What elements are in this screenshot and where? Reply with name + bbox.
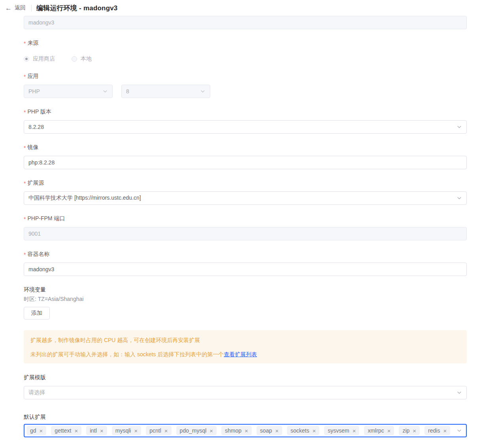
name-input: madongv3: [24, 16, 467, 29]
extension-tag: zip×: [399, 426, 420, 435]
extension-template-placeholder: 请选择: [28, 389, 45, 396]
container-name-label: * 容器名称: [24, 250, 467, 258]
radio-icon: [72, 56, 77, 62]
required-asterisk: *: [24, 73, 26, 81]
extension-tag: sysvsem×: [324, 426, 359, 435]
extension-tag-label: mysqli: [115, 427, 131, 434]
chevron-down-icon: [456, 124, 462, 130]
image-label: * 镜像: [24, 143, 467, 151]
extension-tag-label: zip: [402, 427, 409, 434]
extension-source-select[interactable]: 中国科学技术大学 [https://mirrors.ustc.edu.cn]: [24, 191, 467, 205]
remove-tag-icon[interactable]: ×: [353, 428, 356, 434]
runtime-edit-form: madongv3 * 来源 应用商店 本地 * 应用 PHP: [0, 16, 481, 437]
app-major-version-select: 8: [121, 85, 210, 98]
header-divider: [31, 5, 32, 11]
container-name-label-text: 容器名称: [27, 250, 49, 258]
extension-template-label-text: 扩展模版: [24, 373, 46, 381]
remove-tag-icon[interactable]: ×: [74, 428, 78, 434]
image-label-text: 镜像: [27, 143, 38, 151]
extension-tag: intl×: [86, 426, 107, 435]
remove-tag-icon[interactable]: ×: [387, 428, 391, 434]
back-button[interactable]: ← 返回: [5, 4, 26, 11]
required-asterisk: *: [24, 40, 26, 47]
field-extension-source: * 扩展源 中国科学技术大学 [https://mirrors.ustc.edu…: [24, 179, 467, 205]
warning-line-2: 未列出的扩展可手动输入并选择，如：输入 sockets 后选择下拉列表中的第一个…: [30, 350, 460, 358]
back-arrow-icon: ←: [5, 5, 12, 11]
remove-tag-icon[interactable]: ×: [275, 428, 279, 434]
source-radio-group: 应用商店 本地: [24, 55, 467, 62]
php-version-select[interactable]: 8.2.28: [24, 120, 467, 134]
page-title: 编辑运行环境 - madongv3: [36, 4, 118, 13]
extension-tag-label: intl: [90, 427, 97, 434]
extension-tag-label: gettext: [55, 427, 71, 434]
chevron-down-icon: [456, 390, 462, 395]
remove-tag-icon[interactable]: ×: [413, 428, 416, 434]
extension-tag-label: pcntl: [149, 427, 161, 434]
view-extension-list-link[interactable]: 查看扩展列表: [224, 351, 257, 357]
back-label: 返回: [15, 4, 26, 11]
extension-template-select[interactable]: 请选择: [24, 386, 467, 399]
add-env-var-button[interactable]: 添加: [24, 307, 50, 319]
extension-template-label: 扩展模版: [24, 373, 467, 381]
fpm-port-label-text: PHP-FPM 端口: [27, 214, 65, 222]
extension-tag-label: pdo_mysql: [180, 427, 207, 434]
required-asterisk: *: [24, 215, 26, 223]
remove-tag-icon[interactable]: ×: [443, 428, 447, 434]
field-image: * 镜像 php:8.2.28: [24, 143, 467, 169]
source-radio-appstore-label: 应用商店: [33, 55, 55, 62]
remove-tag-icon[interactable]: ×: [245, 428, 248, 434]
app-type-value: PHP: [28, 88, 40, 95]
chevron-down-icon: [456, 428, 462, 433]
field-name: madongv3: [24, 16, 467, 29]
source-label-text: 来源: [27, 39, 38, 47]
chevron-down-icon: [102, 89, 108, 94]
fpm-port-value: 9001: [28, 231, 41, 237]
chevron-down-icon: [456, 195, 462, 201]
extension-source-value: 中国科学技术大学 [https://mirrors.ustc.edu.cn]: [28, 195, 141, 202]
chevron-down-icon: [200, 89, 206, 94]
extension-tag-label: xmlrpc: [368, 427, 384, 434]
default-extensions-label-text: 默认扩展: [24, 413, 46, 421]
field-env-vars: 环境变量 时区: TZ=Asia/Shanghai 添加: [24, 285, 467, 319]
remove-tag-icon[interactable]: ×: [164, 428, 168, 434]
remove-tag-icon[interactable]: ×: [209, 428, 213, 434]
extension-source-label-text: 扩展源: [27, 179, 44, 187]
php-version-value: 8.2.28: [28, 124, 44, 130]
extension-tag: gd×: [26, 426, 46, 435]
extension-tag: xmlrpc×: [364, 426, 394, 435]
required-asterisk: *: [24, 251, 26, 259]
extension-source-label: * 扩展源: [24, 179, 467, 187]
field-container-name: * 容器名称 madongv3: [24, 250, 467, 276]
remove-tag-icon[interactable]: ×: [40, 428, 43, 434]
extension-tag: pdo_mysql×: [176, 426, 217, 435]
source-label: * 来源: [24, 39, 467, 47]
app-major-version-value: 8: [126, 88, 129, 95]
container-name-input[interactable]: madongv3: [24, 263, 467, 276]
extension-tag-label: sockets: [290, 427, 309, 434]
php-version-label-text: PHP 版本: [27, 108, 51, 115]
env-var-timezone: 时区: TZ=Asia/Shanghai: [24, 295, 467, 303]
required-asterisk: *: [24, 180, 26, 187]
source-radio-local-label: 本地: [81, 55, 92, 62]
field-default-extensions: 默认扩展 gd×gettext×intl×mysqli×pcntl×pdo_my…: [24, 413, 467, 437]
extension-tag: mysqli×: [112, 426, 141, 435]
env-vars-label: 环境变量: [24, 285, 467, 293]
remove-tag-icon[interactable]: ×: [100, 428, 104, 434]
php-version-label: * PHP 版本: [24, 108, 467, 115]
warning-line-1: 扩展越多，制作镜像时占用的 CPU 越高，可在创建环境后再安装扩展: [30, 336, 460, 344]
radio-icon: [24, 56, 29, 62]
remove-tag-icon[interactable]: ×: [134, 428, 138, 434]
fpm-port-input: 9001: [24, 227, 467, 240]
extension-tag-label: redis: [428, 427, 440, 434]
fpm-port-label: * PHP-FPM 端口: [24, 214, 467, 222]
remove-tag-icon[interactable]: ×: [312, 428, 316, 434]
default-extensions-select[interactable]: gd×gettext×intl×mysqli×pcntl×pdo_mysql×s…: [24, 424, 467, 437]
default-extensions-label: 默认扩展: [24, 413, 467, 421]
field-app: * 应用 PHP 8: [24, 72, 467, 98]
app-label-text: 应用: [27, 72, 38, 80]
extension-tag: sockets×: [287, 426, 319, 435]
extension-tag-label: gd: [30, 427, 36, 434]
field-source: * 来源 应用商店 本地: [24, 39, 467, 62]
image-input[interactable]: php:8.2.28: [24, 156, 467, 169]
name-value: madongv3: [28, 19, 54, 26]
